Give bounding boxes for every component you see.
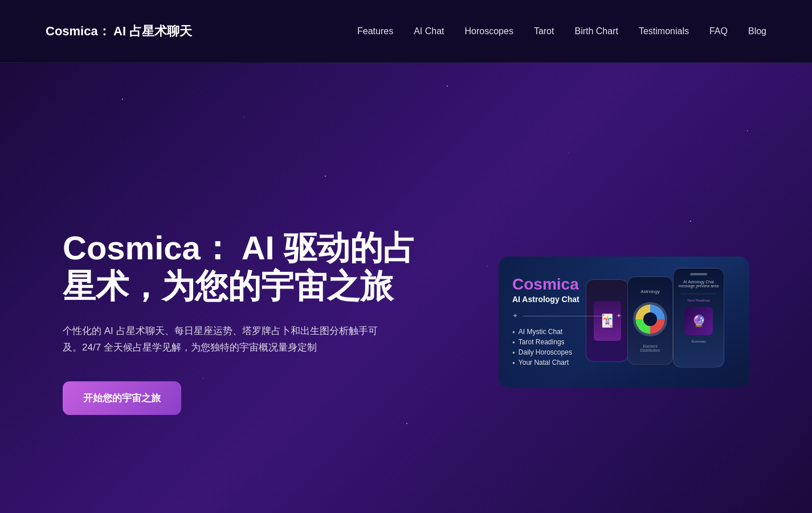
app-preview-tagline: AI Astrology Chat [512, 295, 622, 304]
nav-item-blog[interactable]: Blog [748, 26, 766, 36]
divider-line [523, 316, 611, 316]
hero-section: Cosmica： AI 驱动的占星术，为您的宇宙之旅 个性化的 AI 占星术聊天… [0, 63, 812, 513]
app-preview-brand: Cosmica [512, 275, 622, 294]
feature-item-3: Your Natal Chart [512, 359, 622, 367]
star-right-icon: ✦ [616, 312, 622, 320]
astrology-chart-circle [633, 302, 667, 336]
feature-item-2: Daily Horoscopes [512, 348, 622, 356]
nav-item-birth-chart[interactable]: Birth Chart [574, 26, 618, 36]
hero-right: Cosmica AI Astrology Chat ✦ ✦ AI Mystic … [499, 256, 749, 388]
feature-item-1: Tarot Readings [512, 338, 622, 346]
app-features-list: AI Mystic Chat Tarot Readings Daily Horo… [512, 328, 622, 367]
nav-item-tarot[interactable]: Tarot [534, 26, 554, 36]
nav-item-ai-chat[interactable]: AI Chat [414, 26, 444, 36]
hero-subtitle: 个性化的 AI 占星术聊天、每日星座运势、塔罗牌占卜和出生图分析触手可及。24/… [63, 323, 393, 356]
hero-left: Cosmica： AI 驱动的占星术，为您的宇宙之旅 个性化的 AI 占星术聊天… [63, 229, 427, 415]
nav-item-faq[interactable]: FAQ [709, 26, 728, 36]
nav-item-features[interactable]: Features [357, 26, 393, 36]
star-left-icon: ✦ [512, 312, 518, 320]
app-preview-content: Cosmica AI Astrology Chat ✦ ✦ AI Mystic … [512, 275, 622, 369]
app-preview-card: Cosmica AI Astrology Chat ✦ ✦ AI Mystic … [499, 256, 749, 388]
nav-item-testimonials[interactable]: Testimonials [639, 26, 689, 36]
nav-item-horoscopes[interactable]: Horoscopes [465, 26, 513, 36]
app-preview-divider: ✦ ✦ [512, 312, 622, 320]
header: Cosmica： AI 占星术聊天 Features AI Chat Horos… [0, 0, 812, 63]
phone-mockup-main: AI Astrology Chat message preview area T… [673, 268, 724, 368]
nav: Features AI Chat Horoscopes Tarot Birth … [357, 26, 766, 36]
hero-title: Cosmica： AI 驱动的占星术，为您的宇宙之旅 [63, 229, 427, 305]
phones-area: 🃏 Astrology Element Distribution [622, 268, 736, 376]
cta-button[interactable]: 开始您的宇宙之旅 [63, 381, 181, 415]
logo: Cosmica： AI 占星术聊天 [46, 23, 192, 40]
feature-item-0: AI Mystic Chat [512, 328, 622, 336]
hero-content: Cosmica： AI 驱动的占星术，为您的宇宙之旅 个性化的 AI 占星术聊天… [63, 108, 749, 513]
phone-mockup-astrology: Astrology Element Distribution [627, 276, 673, 365]
